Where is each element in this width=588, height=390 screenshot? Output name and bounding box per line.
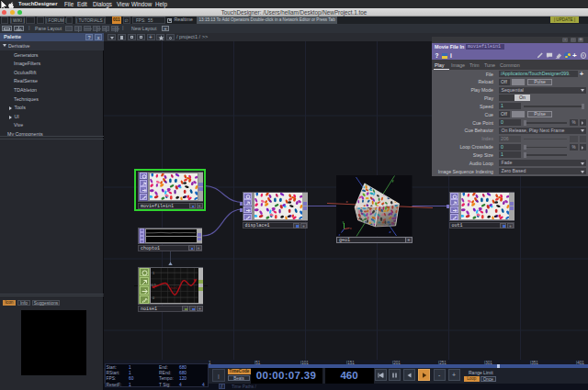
svg-text:z: z — [390, 229, 391, 234]
svg-text:1: 1 — [153, 272, 154, 275]
svg-text:0: 0 — [153, 296, 154, 300]
